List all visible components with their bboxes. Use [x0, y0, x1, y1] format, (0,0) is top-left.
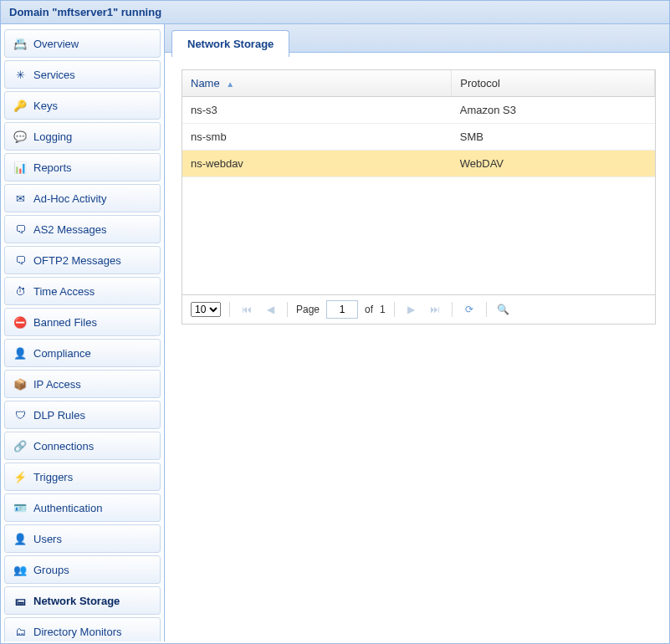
column-header-protocol[interactable]: Protocol — [452, 70, 655, 97]
separator — [287, 302, 288, 317]
sidebar-item-ip-access[interactable]: 📦IP Access — [4, 370, 161, 398]
time-access-icon: ⏱ — [13, 284, 27, 298]
sidebar-item-overview[interactable]: 📇Overview — [4, 29, 161, 58]
window-title: Domain "mftserver1" running — [1, 1, 669, 24]
sidebar-item-network-storage[interactable]: 🖴Network Storage — [4, 586, 161, 615]
prev-page-button[interactable]: ◀ — [262, 301, 279, 318]
search-button[interactable]: 🔍 — [495, 301, 512, 318]
cell-name: ns-webdav — [182, 151, 452, 177]
sidebar-item-label: Keys — [33, 100, 58, 112]
sidebar-item-ad-hoc-activity[interactable]: ✉Ad-Hoc Activity — [4, 184, 161, 212]
sidebar-item-label: Network Storage — [33, 595, 120, 607]
table-row[interactable]: ns-s3Amazon S3 — [182, 97, 655, 124]
logging-icon: 💬 — [13, 130, 27, 143]
connections-icon: 🔗 — [13, 439, 27, 452]
sidebar-item-label: Directory Monitors — [33, 626, 121, 638]
sidebar-item-triggers[interactable]: ⚡Triggers — [4, 463, 161, 491]
directory-monitors-icon: 🗂 — [13, 625, 27, 638]
next-page-button[interactable]: ▶ — [403, 301, 420, 318]
network-storage-table: Name ▲ Protocol ns-s3Amazon S3ns-smbSMBn… — [182, 70, 655, 177]
reports-icon: 📊 — [13, 161, 27, 174]
column-header-name-label: Name — [191, 77, 220, 89]
table-container: Name ▲ Protocol ns-s3Amazon S3ns-smbSMBn… — [182, 69, 656, 325]
compliance-icon: 👤 — [13, 346, 27, 360]
ad-hoc-activity-icon: ✉ — [13, 192, 27, 205]
separator — [452, 302, 453, 317]
page-size-select[interactable]: 10 — [191, 302, 221, 317]
cell-name: ns-smb — [182, 124, 452, 151]
sidebar-item-reports[interactable]: 📊Reports — [4, 153, 161, 181]
sidebar-item-label: Authentication — [33, 502, 102, 514]
sidebar-item-label: Time Access — [33, 285, 95, 298]
sidebar-item-label: Compliance — [33, 347, 91, 360]
refresh-button[interactable]: ⟳ — [461, 301, 478, 318]
sidebar-item-as2-messages[interactable]: 🗨AS2 Messages — [4, 215, 161, 243]
network-storage-icon: 🖴 — [13, 594, 27, 607]
cell-protocol: WebDAV — [452, 151, 655, 177]
cell-protocol: SMB — [452, 124, 655, 151]
authentication-icon: 🪪 — [13, 501, 27, 514]
sidebar-item-label: Banned Files — [33, 316, 97, 329]
sidebar-item-connections[interactable]: 🔗Connections — [4, 432, 161, 460]
tab-network-storage[interactable]: Network Storage — [171, 30, 289, 57]
sidebar-item-label: Services — [33, 69, 75, 81]
last-page-button[interactable]: ⏭ — [427, 301, 443, 318]
sidebar-item-authentication[interactable]: 🪪Authentication — [4, 493, 161, 522]
column-header-name[interactable]: Name ▲ — [182, 70, 452, 97]
sidebar-item-groups[interactable]: 👥Groups — [4, 555, 161, 584]
sidebar-item-banned-files[interactable]: ⛔Banned Files — [4, 308, 161, 336]
separator — [486, 302, 487, 317]
sidebar-item-dlp-rules[interactable]: 🛡DLP Rules — [4, 401, 161, 429]
sidebar-item-label: Overview — [33, 38, 79, 50]
sidebar-item-label: Triggers — [33, 471, 73, 483]
sidebar-item-users[interactable]: 👤Users — [4, 524, 161, 553]
dlp-rules-icon: 🛡 — [13, 408, 27, 422]
sidebar-item-directory-monitors[interactable]: 🗂Directory Monitors — [4, 617, 161, 641]
cell-protocol: Amazon S3 — [452, 97, 655, 124]
banned-files-icon: ⛔ — [13, 315, 27, 329]
sidebar-item-keys[interactable]: 🔑Keys — [4, 91, 161, 120]
sidebar-item-label: OFTP2 Messages — [33, 254, 121, 267]
table-row[interactable]: ns-smbSMB — [182, 124, 655, 151]
overview-icon: 📇 — [13, 37, 27, 50]
sidebar-item-label: IP Access — [33, 378, 81, 391]
as2-messages-icon: 🗨 — [13, 222, 27, 236]
oftp2-messages-icon: 🗨 — [13, 253, 27, 267]
page-input[interactable] — [326, 300, 358, 319]
cell-name: ns-s3 — [182, 97, 452, 124]
page-label: Page — [296, 304, 320, 315]
sidebar-item-label: Logging — [33, 130, 72, 143]
sidebar-item-time-access[interactable]: ⏱Time Access — [4, 277, 161, 305]
separator — [394, 302, 395, 317]
grid-empty-space — [182, 177, 655, 294]
triggers-icon: ⚡ — [13, 470, 27, 483]
table-row[interactable]: ns-webdavWebDAV — [182, 151, 655, 177]
services-icon: ✳ — [13, 68, 27, 81]
first-page-button[interactable]: ⏮ — [238, 301, 255, 318]
tab-strip: Network Storage — [165, 24, 669, 53]
sidebar-item-oftp2-messages[interactable]: 🗨OFTP2 Messages — [4, 246, 161, 274]
sidebar-item-label: AS2 Messages — [33, 223, 106, 236]
sidebar-item-logging[interactable]: 💬Logging — [4, 122, 161, 151]
sort-asc-icon: ▲ — [226, 79, 234, 89]
sidebar-item-label: DLP Rules — [33, 409, 85, 422]
sidebar-item-label: Connections — [33, 440, 94, 452]
sidebar-item-label: Ad-Hoc Activity — [33, 192, 106, 205]
sidebar-item-services[interactable]: ✳Services — [4, 60, 161, 89]
keys-icon: 🔑 — [13, 99, 27, 112]
separator — [229, 302, 230, 317]
of-label: of — [365, 304, 373, 315]
sidebar: 📇Overview✳Services🔑Keys💬Logging📊Reports✉… — [1, 24, 165, 641]
pager: 10 ⏮ ◀ Page of 1 ▶ ⏭ ⟳ — [182, 294, 655, 324]
sidebar-item-label: Users — [33, 533, 62, 545]
sidebar-item-label: Groups — [33, 564, 69, 576]
ip-access-icon: 📦 — [13, 377, 27, 391]
groups-icon: 👥 — [13, 563, 27, 576]
page-total: 1 — [380, 304, 386, 315]
sidebar-item-label: Reports — [33, 161, 72, 174]
sidebar-item-compliance[interactable]: 👤Compliance — [4, 339, 161, 367]
users-icon: 👤 — [13, 532, 27, 545]
